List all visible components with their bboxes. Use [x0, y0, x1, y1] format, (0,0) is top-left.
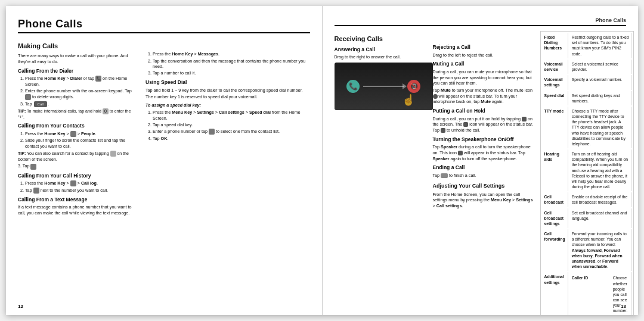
- speed-dial-assign-subtitle: To assign a speed dial key:: [145, 102, 310, 108]
- messages-step-3: Tap a number to call it.: [153, 70, 310, 76]
- table-row: TTY mode Choose a TTY mode after connect…: [542, 107, 632, 148]
- setting-label: Voicemail service: [542, 60, 568, 74]
- adjusting-title: Adjusting Your Call Settings: [433, 182, 534, 189]
- swipe-line: [363, 86, 404, 87]
- dialer-step-2: Enter the phone number with the on-scree…: [25, 88, 137, 100]
- contacts-step-1: Press the Home Key > > People.: [25, 131, 137, 137]
- setting-label: Hearing aids: [542, 149, 568, 191]
- table-row: Voicemail service Select a voicemail ser…: [542, 60, 632, 74]
- dialer-step-3: Tap Call.: [25, 101, 137, 107]
- setting-value: Choose a TTY mode after connecting the T…: [569, 107, 632, 148]
- right-page-title: Phone Calls: [595, 17, 626, 24]
- adjusting-intro: From the Home Screen, you can open the c…: [433, 192, 534, 209]
- receiving-col: Receiving Calls Answering a Call Drag to…: [335, 31, 427, 300]
- swipe-image: 📞 📵 ☝: [335, 63, 433, 110]
- dialer-title: Calling From the Dialer: [18, 68, 137, 74]
- call-button: Call: [34, 101, 47, 107]
- hold-title: Putting a Call on Hold: [433, 108, 534, 114]
- dialer-steps: Press the Home Key > Dialer or tap 📞 on …: [18, 76, 137, 107]
- text-message-text: If a text message contains a phone numbe…: [18, 204, 137, 216]
- setting-label: TTY mode: [542, 107, 568, 148]
- setting-label: Cell broadcast: [542, 192, 568, 207]
- right-page-number: 13: [621, 304, 626, 310]
- muting-intro: During a call, you can mute your microph…: [433, 69, 534, 86]
- speed-dial-intro: Tap and hold 1 ~ 9 key from the dialer t…: [145, 88, 310, 94]
- messages-step-1: Press the Home Key > Messages.: [153, 51, 310, 57]
- setting-value: Restrict outgoing calls to a fixed set o…: [569, 33, 632, 58]
- speed-dial-title: Using Speed Dial: [145, 79, 310, 86]
- left-page-title: Phone Calls: [18, 17, 83, 31]
- left-page-number: 12: [18, 304, 23, 310]
- setting-label: Call forwarding: [542, 229, 568, 271]
- contacts-step-2: Slide your finger to scroll the contacts…: [25, 138, 137, 149]
- settings-col: Fixed Dialing Numbers Restrict outgoing …: [540, 31, 634, 300]
- setting-value: Enable or disable receipt of the cell br…: [569, 192, 632, 207]
- end-icon: 📵: [407, 80, 420, 93]
- setting-value: Turn on or off hearing aid compatibility…: [569, 149, 632, 191]
- dialer-step-1: Press the Home Key > Dialer or tap 📞 on …: [25, 76, 137, 88]
- setting-label: Additional settings: [542, 272, 568, 315]
- book-spread: Phone Calls Making Calls There are many …: [6, 6, 638, 315]
- answer-icon: 📞: [346, 80, 360, 93]
- contacts-tip: TIP: You can also search for a contact b…: [18, 151, 137, 163]
- setting-label: Voicemail settings: [542, 75, 568, 89]
- setting-value: Set cell broadcast channel and language.: [569, 208, 632, 229]
- setting-label: Fixed Dialing Numbers: [542, 33, 568, 58]
- table-row: Cell broadcast Enable or disable receipt…: [542, 192, 632, 207]
- speed-dial-step-3: Enter a phone number or tap to select on…: [153, 129, 310, 135]
- nested-label: Caller ID: [572, 275, 611, 313]
- left-page-header: Phone Calls: [18, 17, 310, 33]
- table-row: Speed dial Set speed dialing keys and nu…: [542, 91, 632, 105]
- contacts-title: Calling From Your Contacts: [18, 123, 137, 129]
- rejecting-text: Drag to the left to reject the call.: [433, 52, 534, 58]
- table-row: Fixed Dialing Numbers Restrict outgoing …: [542, 33, 632, 58]
- speed-dial-note: The number key 1 is reserved to speed di…: [145, 94, 310, 100]
- messages-step-2: Tap the conversation and then the messag…: [153, 58, 310, 70]
- speed-dial-step-4: Tap OK.: [153, 136, 310, 142]
- settings-table: Fixed Dialing Numbers Restrict outgoing …: [540, 31, 634, 315]
- left-col: Making Calls There are many ways to make…: [18, 38, 137, 217]
- swipe-arrow: [402, 83, 407, 89]
- dialer-tip: TIP: To make international calls, tap an…: [18, 108, 137, 120]
- contacts-steps: Press the Home Key > > People. Slide you…: [18, 131, 137, 149]
- ending-title: Ending a Call: [433, 164, 534, 171]
- setting-value: Forward your incoming calls to a differe…: [569, 229, 632, 271]
- swipe-visual: 📞 📵 ☝: [335, 63, 433, 110]
- hold-text: During a call, you can put it on hold by…: [433, 116, 534, 133]
- setting-value: Set speed dialing keys and numbers.: [569, 91, 632, 105]
- call-history-step-2: Tap next to the number you want to call.: [25, 188, 137, 194]
- right-page: Phone Calls Receiving Calls Answering a …: [323, 6, 639, 315]
- right-page-header: Phone Calls: [335, 17, 627, 26]
- left-page-content: Making Calls There are many ways to make…: [18, 38, 310, 217]
- ending-text: Tap to finish a call.: [433, 173, 534, 179]
- call-history-steps: Press the Home Key > > Call log. Tap nex…: [18, 180, 137, 194]
- left-page: Phone Calls Making Calls There are many …: [6, 6, 323, 315]
- receiving-title: Receiving Calls: [335, 35, 427, 43]
- table-row: Cell broadcast settings Set cell broadca…: [542, 208, 632, 229]
- making-calls-title: Making Calls: [18, 42, 137, 51]
- table-row: Hearing aids Turn on or off hearing aid …: [542, 149, 632, 191]
- text-message-title: Calling From a Text Message: [18, 197, 137, 203]
- middle-col: Rejecting a Call Drag to the left to rej…: [433, 31, 534, 300]
- setting-value: Select a voicemail service provider.: [569, 60, 632, 74]
- speaker-title: Turning the Speakerphone On/Off: [433, 136, 534, 143]
- table-row: Call forwarding Forward your incoming ca…: [542, 229, 632, 271]
- speed-dial-step-1: Press the Menu Key > Settings > Call set…: [153, 110, 310, 121]
- setting-value: Specify a voicemail number.: [569, 75, 632, 89]
- contacts-step3: 3. Tap: [18, 163, 137, 169]
- table-row: Additional settings Caller ID Choose whe…: [542, 272, 632, 315]
- right-page-content: Receiving Calls Answering a Call Drag to…: [335, 31, 627, 300]
- muting-title: Muting a Call: [433, 61, 534, 67]
- speaker-text: Tap Speaker during a call to turn the sp…: [433, 144, 534, 161]
- table-row: Voicemail settings Specify a voicemail n…: [542, 75, 632, 89]
- answering-title: Answering a Call: [335, 46, 427, 53]
- messages-steps: Press the Home Key > Messages. Tap the c…: [145, 51, 310, 76]
- right-col-of-left: Press the Home Key > Messages. Tap the c…: [145, 38, 310, 217]
- swipe-icons: 📞 📵: [342, 80, 425, 93]
- setting-label: Speed dial: [542, 91, 568, 105]
- speed-dial-steps: Press the Menu Key > Settings > Call set…: [145, 110, 310, 141]
- rejecting-title: Rejecting a Call: [433, 44, 534, 51]
- answering-text: Drag to the right to answer the call.: [335, 54, 427, 60]
- hand-icon: ☝: [402, 93, 415, 107]
- muting-text: Tap Mute to turn your microphone off. Th…: [433, 88, 534, 105]
